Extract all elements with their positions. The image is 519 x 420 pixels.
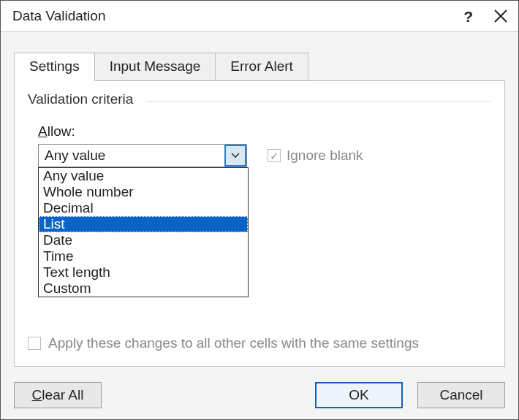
allow-option-time[interactable]: Time — [39, 248, 248, 264]
tabstrip: Settings Input Message Error Alert — [14, 53, 308, 80]
ignore-blank-checkbox: ✓ Ignore blank — [268, 148, 363, 164]
tab-settings[interactable]: Settings — [14, 53, 95, 80]
groupbox-divider — [146, 101, 491, 102]
cancel-button[interactable]: Cancel — [417, 382, 505, 408]
ok-button[interactable]: OK — [315, 382, 403, 408]
settings-panel: Validation criteria Allow: Any value Any… — [14, 80, 505, 367]
apply-all-checkbox: Apply these changes to all other cells w… — [28, 335, 419, 351]
apply-all-box — [28, 337, 41, 350]
checkmark-icon: ✓ — [270, 150, 279, 161]
tab-input-message[interactable]: Input Message — [94, 53, 216, 80]
chevron-down-icon — [231, 153, 240, 159]
allow-combobox[interactable]: Any value Any value Whole number Decimal… — [38, 144, 247, 167]
ignore-blank-label: Ignore blank — [287, 148, 363, 164]
allow-label: Allow: — [38, 123, 491, 140]
groupbox-title: Validation criteria — [28, 91, 491, 107]
close-icon[interactable] — [493, 9, 508, 23]
allow-dropdown[interactable]: Any value Whole number Decimal List Date… — [38, 167, 249, 297]
allow-option-custom[interactable]: Custom — [39, 280, 248, 297]
allow-option-any-value[interactable]: Any value — [39, 168, 248, 184]
dialog-buttons: Clear All OK Cancel — [14, 381, 505, 409]
dialog-content: Settings Input Message Error Alert Valid… — [1, 31, 518, 419]
help-icon[interactable]: ? — [463, 9, 473, 24]
tab-error-alert[interactable]: Error Alert — [215, 53, 308, 80]
allow-option-whole-number[interactable]: Whole number — [39, 184, 248, 200]
clear-all-button[interactable]: Clear All — [14, 382, 102, 408]
window-title: Data Validation — [12, 8, 463, 24]
allow-option-date[interactable]: Date — [39, 232, 248, 248]
ignore-blank-box: ✓ — [268, 149, 281, 162]
allow-combobox-button[interactable] — [224, 145, 246, 167]
apply-all-label: Apply these changes to all other cells w… — [48, 335, 419, 351]
allow-option-decimal[interactable]: Decimal — [39, 200, 248, 216]
allow-option-text-length[interactable]: Text length — [39, 264, 248, 280]
titlebar: Data Validation ? — [1, 1, 518, 31]
allow-option-list[interactable]: List — [39, 216, 248, 232]
titlebar-controls: ? — [463, 9, 508, 24]
allow-combobox-value: Any value — [39, 145, 224, 167]
